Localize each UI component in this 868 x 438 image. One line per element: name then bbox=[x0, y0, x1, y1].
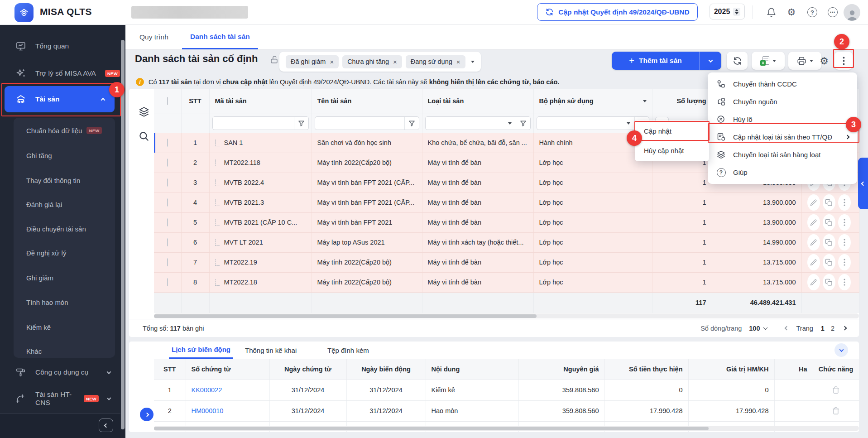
row-checkbox[interactable] bbox=[167, 238, 168, 246]
update-decision-button[interactable]: Cập nhật Quyết định 49/2024/QĐ-UBND bbox=[537, 3, 698, 21]
refresh-button[interactable] bbox=[727, 52, 748, 70]
document-link[interactable]: KK000022 bbox=[192, 386, 222, 394]
chip-chua-ghi-tang[interactable]: Chưa ghi tăng× bbox=[342, 55, 402, 68]
edit-button[interactable] bbox=[807, 234, 820, 250]
row-more-button[interactable] bbox=[838, 234, 851, 250]
sidebar-item-assets[interactable]: Tài sản bbox=[5, 86, 115, 112]
trash-icon[interactable] bbox=[832, 386, 840, 394]
search-icon[interactable] bbox=[138, 130, 150, 142]
duplicate-button[interactable] bbox=[823, 254, 835, 270]
per-page-select[interactable]: 100 bbox=[749, 325, 767, 332]
hscrollbar-thumb[interactable] bbox=[154, 314, 537, 318]
year-stepper-icon[interactable] bbox=[733, 8, 740, 16]
row-more-button[interactable] bbox=[838, 274, 851, 290]
table-row[interactable]: 8 MT2022.18 Máy tính 2022(Cấp20 bộ)Máy v… bbox=[154, 272, 859, 292]
tab-danh-sach[interactable]: Danh sách tài sản bbox=[182, 25, 258, 49]
prev-page-icon[interactable] bbox=[784, 326, 789, 331]
user-avatar[interactable] bbox=[844, 4, 860, 21]
row-checkbox[interactable] bbox=[167, 258, 168, 266]
row-more-button[interactable] bbox=[838, 214, 851, 231]
tab-dinh-kem[interactable]: Tệp đính kèm bbox=[325, 342, 372, 359]
row-checkbox[interactable] bbox=[167, 159, 168, 167]
settings-button[interactable]: ⚙ bbox=[786, 6, 797, 18]
row-checkbox[interactable] bbox=[167, 139, 168, 147]
menu-item-giup[interactable]: ? Giúp bbox=[708, 164, 857, 181]
edit-button[interactable] bbox=[807, 214, 820, 231]
sidebar-sub-kiem-ke[interactable]: Kiểm kê bbox=[26, 320, 51, 334]
row-more-button[interactable] bbox=[838, 254, 851, 270]
export-excel-button[interactable]: X bbox=[752, 52, 785, 70]
filter-type-select[interactable] bbox=[425, 116, 531, 130]
sidebar-sub-danh-gia[interactable]: Đánh giá lại bbox=[26, 197, 62, 211]
edit-button[interactable] bbox=[807, 194, 820, 211]
select-all-checkbox[interactable] bbox=[167, 97, 168, 105]
col-dept[interactable]: Bộ phận sử dụng bbox=[533, 89, 652, 114]
table-row[interactable]: 7 MT2022.19 Máy tính 2022(Cấp20 bộ)Máy v… bbox=[154, 252, 859, 272]
table-settings-button[interactable]: ⚙ bbox=[815, 52, 833, 70]
more-apps-button[interactable]: ⋯ bbox=[827, 6, 839, 18]
sidebar-item-htcns[interactable]: Tài sản HT-CNS NEW bbox=[0, 388, 120, 409]
unlock-icon[interactable] bbox=[269, 55, 279, 65]
menu-item-huy-lo[interactable]: Hủy lô bbox=[708, 111, 857, 128]
close-icon[interactable]: × bbox=[330, 58, 334, 66]
chips-dropdown-icon[interactable] bbox=[471, 61, 475, 63]
row-checkbox[interactable] bbox=[167, 278, 168, 286]
row-checkbox[interactable] bbox=[167, 218, 168, 226]
right-panel-toggle[interactable] bbox=[858, 158, 868, 209]
page-2[interactable]: 2 bbox=[828, 325, 838, 332]
sidebar-item-tools[interactable]: Công cụ dụng cụ bbox=[0, 362, 120, 383]
close-icon[interactable]: × bbox=[393, 58, 397, 66]
page-1[interactable]: 1 bbox=[818, 325, 828, 332]
edit-button[interactable] bbox=[807, 274, 820, 290]
sidebar-collapse-button[interactable] bbox=[99, 419, 113, 432]
app-logo[interactable] bbox=[14, 3, 34, 22]
table-row[interactable]: 5 MVTB 2021 (CẤP 10 C... Máy vi tính bàn… bbox=[154, 212, 859, 232]
duplicate-button[interactable] bbox=[823, 234, 835, 250]
tab-quy-trinh[interactable]: Quy trình bbox=[131, 25, 177, 49]
row-checkbox[interactable] bbox=[167, 198, 168, 207]
menu-item-cap-nhat-loai[interactable]: Cập nhật loại tài sản theo TT/QĐ bbox=[708, 128, 857, 146]
document-link[interactable]: HM000010 bbox=[192, 407, 224, 414]
row-more-button[interactable] bbox=[838, 194, 851, 211]
sidebar-sub-de-nghi[interactable]: Đề nghị xử lý bbox=[26, 246, 66, 260]
menu-item-chuyen-ccdc[interactable]: Chuyển thành CCDC bbox=[708, 75, 857, 93]
next-page-icon[interactable] bbox=[843, 326, 847, 331]
year-selector[interactable]: 2025 bbox=[710, 4, 745, 19]
duplicate-button[interactable] bbox=[823, 214, 835, 231]
menu-item-chuyen-loai[interactable]: Chuyển loại tài sản hàng loạt bbox=[708, 146, 857, 164]
more-actions-button[interactable] bbox=[834, 52, 853, 70]
sidebar-sub-ghi-giam[interactable]: Ghi giảm bbox=[26, 271, 53, 284]
add-asset-dropdown[interactable] bbox=[700, 52, 721, 70]
sidebar-scrollbar[interactable] bbox=[121, 40, 125, 429]
sidebar-item-ava[interactable]: Trợ lý số MISA AVA NEW bbox=[0, 63, 120, 84]
funnel-icon[interactable] bbox=[516, 117, 530, 130]
menu-item-chuyen-nguon[interactable]: Chuyển nguồn bbox=[708, 93, 857, 111]
layers-icon[interactable] bbox=[138, 106, 150, 118]
submenu-item-cap-nhat[interactable]: Cập nhật bbox=[635, 121, 709, 141]
hscrollbar-thumb[interactable] bbox=[154, 427, 709, 430]
duplicate-button[interactable] bbox=[823, 194, 835, 211]
sidebar-sub-hao-mon[interactable]: Tính hao mòn bbox=[26, 295, 68, 309]
expand-rail-button[interactable] bbox=[140, 408, 153, 421]
duplicate-button[interactable] bbox=[823, 274, 835, 290]
chip-dang-su-dung[interactable]: Đang sử dụng× bbox=[406, 55, 465, 68]
sidebar-sub-khac[interactable]: Khác bbox=[26, 344, 42, 358]
notifications-button[interactable] bbox=[765, 6, 777, 18]
history-hscrollbar[interactable] bbox=[154, 426, 859, 431]
add-asset-button[interactable]: +Thêm tài sản bbox=[612, 52, 721, 70]
help-button[interactable]: ? bbox=[806, 6, 818, 18]
edit-button[interactable] bbox=[807, 254, 820, 270]
sidebar-sub-standardize[interactable]: Chuẩn hóa dữ liệuNEW bbox=[26, 124, 102, 137]
sidebar-sub-thay-doi[interactable]: Thay đổi thông tin bbox=[26, 173, 80, 187]
trash-icon[interactable] bbox=[832, 407, 840, 415]
filter-dept-select[interactable] bbox=[537, 116, 649, 130]
funnel-icon[interactable] bbox=[404, 117, 419, 130]
filter-name-input[interactable] bbox=[315, 116, 419, 130]
sidebar-item-overview[interactable]: Tổng quan bbox=[0, 36, 120, 57]
tab-ke-khai[interactable]: Thông tin kê khai bbox=[242, 342, 299, 359]
chip-da-ghi-giam[interactable]: Đã ghi giảm× bbox=[286, 55, 339, 68]
sidebar-sub-ghi-tang[interactable]: Ghi tăng bbox=[26, 149, 52, 162]
funnel-icon[interactable] bbox=[294, 117, 308, 130]
close-icon[interactable]: × bbox=[456, 58, 460, 66]
table-row[interactable]: 4 MVTB 2021.3 Máy vi tính bàn FPT 2021 (… bbox=[154, 193, 859, 212]
